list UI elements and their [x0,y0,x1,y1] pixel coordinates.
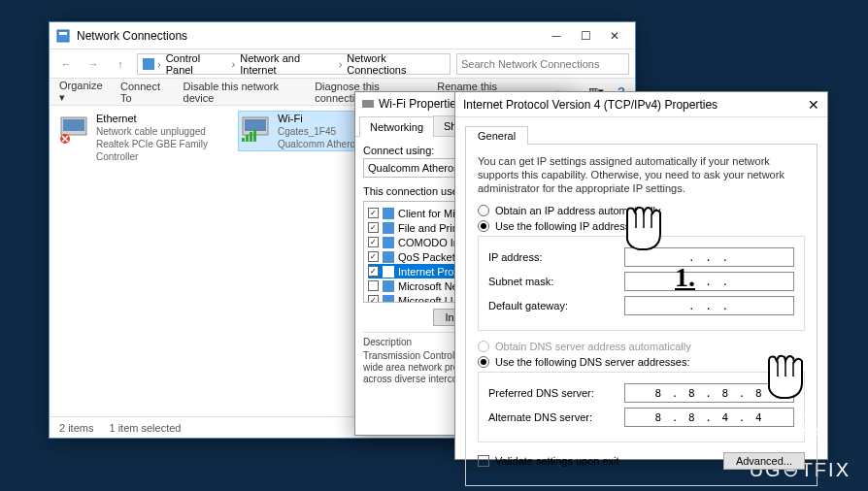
conn-status: Network cable unplugged [96,125,227,138]
connection-ethernet[interactable]: Ethernet Network cable unplugged Realtek… [57,112,227,163]
annotation-2: 2. [798,408,818,439]
conn-adapter: Realtek PCIe GBE Family Controller [96,138,227,163]
svg-rect-11 [253,129,256,142]
organize-menu[interactable]: Organize ▾ [59,80,107,104]
annotation-1: 1. [675,262,695,293]
ip-address-label: IP address: [488,251,624,263]
radio-use-dns[interactable]: Use the following DNS server addresses: [478,356,805,368]
svg-rect-1 [59,32,67,35]
alt-dns-input[interactable]: 8 . 8 . 4 . 4 [624,408,794,427]
svg-rect-10 [250,132,252,142]
svg-rect-12 [362,100,374,108]
radio-icon [478,205,489,216]
radio-icon [478,356,489,368]
tab-general[interactable]: General [465,126,528,145]
search-input[interactable] [456,53,629,75]
subnet-mask-label: Subnet mask: [488,276,624,287]
alt-dns-label: Alternate DNS server: [488,411,624,423]
radio-obtain-ip[interactable]: Obtain an IP address automatically [478,205,805,216]
wifi-adapter-icon [361,97,375,111]
address-bar: ← → ↑ ›Control Panel ›Network and Intern… [50,49,635,79]
dialog-title: Wi-Fi Properties [379,97,462,111]
default-gateway-input[interactable]: . . . [624,296,794,315]
validate-checkbox[interactable]: Validate settings upon exit Advanced... [478,452,805,470]
item-count: 2 items [59,422,93,434]
conn-name: Ethernet [96,113,227,125]
control-panel-icon [142,57,155,71]
selected-count: 1 item selected [109,422,181,434]
back-button[interactable]: ← [55,53,77,75]
radio-icon [478,341,489,352]
pref-dns-input[interactable]: 8 . 8 . 8 . 8 [624,383,794,403]
close-icon[interactable]: ✕ [808,97,819,113]
connect-to-button[interactable]: Connect To [120,81,170,104]
default-gateway-label: Default gateway: [488,300,624,311]
svg-rect-2 [143,58,154,70]
maximize-button[interactable]: ☐ [571,25,600,47]
titlebar: Network Connections ─ ☐ ✕ [50,22,635,49]
dialog-title: Internet Protocol Version 4 (TCP/IPv4) P… [463,98,718,112]
radio-obtain-dns: Obtain DNS server address automatically [478,341,805,352]
ip-address-input[interactable]: . . . [624,247,794,267]
advanced-button[interactable]: Advanced... [723,452,805,470]
pref-dns-label: Preferred DNS server: [488,387,624,399]
ethernet-icon [57,112,90,145]
svg-rect-4 [63,119,84,131]
subnet-mask-input[interactable]: . . . [624,272,794,291]
forward-button[interactable]: → [83,53,104,75]
tab-networking[interactable]: Networking [359,116,434,137]
radio-use-ip[interactable]: Use the following IP address: [478,220,805,232]
svg-rect-9 [246,135,249,142]
minimize-button[interactable]: ─ [542,25,571,47]
up-button[interactable]: ↑ [110,53,131,75]
svg-rect-0 [57,30,69,42]
wifi-icon [239,112,272,145]
disable-device-button[interactable]: Disable this network device [184,81,302,104]
breadcrumb[interactable]: ›Control Panel ›Network and Internet ›Ne… [137,53,451,75]
close-button[interactable]: ✕ [600,25,629,47]
intro-text: You can get IP settings assigned automat… [478,154,805,195]
svg-rect-8 [242,138,245,142]
control-panel-icon [55,28,71,44]
ipv4-properties-dialog: Internet Protocol Version 4 (TCP/IPv4) P… [454,91,828,460]
window-title: Network Connections [77,29,542,43]
radio-icon [478,220,489,232]
